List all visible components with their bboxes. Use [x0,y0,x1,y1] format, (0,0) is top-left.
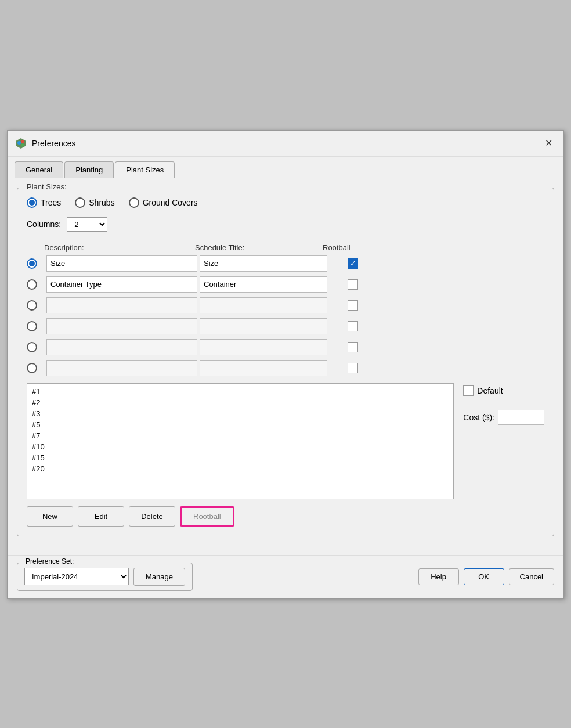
rootball-checkbox-2[interactable] [348,279,358,290]
field-schedule-6[interactable] [200,360,327,376]
field-rootball-1 [330,258,376,269]
field-radio-3[interactable] [27,300,44,311]
field-radio-2-circle[interactable] [27,279,37,290]
main-content: Plant Sizes: Trees Shrubs Ground Covers [8,178,563,555]
list-area-row: #1 #2 #3 #5 #7 #10 #15 #20 Default Cost … [27,383,544,499]
list-item[interactable]: #2 [30,397,451,408]
delete-button[interactable]: Delete [129,506,175,527]
svg-point-2 [21,140,24,143]
field-schedule-1[interactable] [200,255,327,272]
field-rootball-4 [330,321,376,331]
title-bar-left: Preferences [15,137,75,150]
list-item[interactable]: #5 [30,419,451,430]
cancel-button[interactable]: Cancel [509,568,554,585]
tab-general[interactable]: General [15,161,63,178]
field-description-4[interactable] [46,318,197,334]
field-row-5 [27,339,544,355]
svg-point-1 [17,141,21,145]
rootball-button[interactable]: Rootball [180,506,234,527]
title-bar: Preferences ✕ [8,131,563,157]
help-button[interactable]: Help [418,568,459,585]
radio-trees-circle[interactable] [27,197,37,208]
fields-header: Description: Schedule Title: Rootball [27,243,544,252]
field-radio-5[interactable] [27,342,44,352]
list-item[interactable]: #3 [30,408,451,419]
radio-trees[interactable]: Trees [27,197,61,208]
field-radio-3-circle[interactable] [27,300,37,311]
columns-label: Columns: [27,219,61,229]
field-description-2[interactable] [46,276,197,293]
size-list[interactable]: #1 #2 #3 #5 #7 #10 #15 #20 [27,383,454,499]
plant-sizes-label: Plant Sizes: [24,182,69,191]
preference-set-select[interactable]: Imperial-2024 [24,568,129,585]
new-button[interactable]: New [27,506,73,527]
field-description-3[interactable] [46,297,197,313]
rootball-checkbox-5[interactable] [348,342,358,352]
rootball-checkbox-3[interactable] [348,300,358,311]
field-description-5[interactable] [46,339,197,355]
field-description-1[interactable] [46,255,197,272]
field-schedule-5[interactable] [200,339,327,355]
list-item[interactable]: #1 [30,386,451,397]
field-radio-4-circle[interactable] [27,321,37,331]
field-schedule-4[interactable] [200,318,327,334]
list-item[interactable]: #15 [30,452,451,463]
field-description-6[interactable] [46,360,197,376]
default-checkbox[interactable] [463,385,474,396]
field-rootball-6 [330,363,376,373]
manage-button[interactable]: Manage [133,568,185,586]
field-radio-5-circle[interactable] [27,342,37,352]
radio-shrubs[interactable]: Shrubs [75,197,114,208]
radio-shrubs-label: Shrubs [89,198,114,207]
field-rootball-5 [330,342,376,352]
rootball-checkbox-4[interactable] [348,321,358,331]
field-radio-6-circle[interactable] [27,363,37,373]
radio-ground-covers[interactable]: Ground Covers [129,197,198,208]
tabs-bar: General Planting Plant Sizes [8,157,563,178]
pref-set-bar: Preference Set: Imperial-2024 Manage Hel… [8,555,563,598]
radio-ground-covers-circle[interactable] [129,197,139,208]
plant-sizes-group: Plant Sizes: Trees Shrubs Ground Covers [17,188,554,536]
preferences-window: Preferences ✕ General Planting Plant Siz… [7,130,564,599]
close-button[interactable]: ✕ [540,135,556,152]
list-item[interactable]: #20 [30,463,451,474]
default-row: Default [463,385,544,396]
field-row-6 [27,360,544,376]
header-schedule-title: Schedule Title: [195,243,323,252]
field-rootball-3 [330,300,376,311]
svg-point-3 [21,143,24,146]
list-side-panel: Default Cost ($): [463,383,544,499]
rootball-checkbox-6[interactable] [348,363,358,373]
field-row-1 [27,255,544,272]
field-row-2 [27,276,544,293]
columns-row: Columns: 2 1 3 4 [27,217,544,232]
plant-type-radio-group: Trees Shrubs Ground Covers [27,197,544,208]
field-radio-1[interactable] [27,258,44,269]
field-radio-1-circle[interactable] [27,258,37,269]
radio-shrubs-circle[interactable] [75,197,85,208]
field-radio-2[interactable] [27,279,44,290]
tab-plant-sizes[interactable]: Plant Sizes [115,161,175,178]
action-buttons: New Edit Delete Rootball [27,506,544,527]
list-item[interactable]: #10 [30,441,451,452]
field-schedule-2[interactable] [200,276,327,293]
cost-label: Cost ($): [463,413,494,422]
field-radio-4[interactable] [27,321,44,331]
field-schedule-3[interactable] [200,297,327,313]
tab-planting[interactable]: Planting [64,161,114,178]
cost-row: Cost ($): [463,410,544,425]
edit-button[interactable]: Edit [78,506,124,527]
cost-input[interactable] [498,410,544,425]
radio-ground-covers-label: Ground Covers [143,198,198,207]
field-radio-6[interactable] [27,363,44,373]
window-title: Preferences [32,139,75,148]
radio-trees-label: Trees [41,198,61,207]
rootball-checkbox-1[interactable] [348,258,358,269]
preference-set-group: Preference Set: Imperial-2024 Manage [17,563,193,591]
ok-button[interactable]: OK [464,568,504,585]
list-item[interactable]: #7 [30,430,451,441]
field-row-4 [27,318,544,334]
header-description: Description: [44,243,195,252]
columns-select[interactable]: 2 1 3 4 [67,217,107,232]
header-rootball: Rootball [323,243,369,252]
